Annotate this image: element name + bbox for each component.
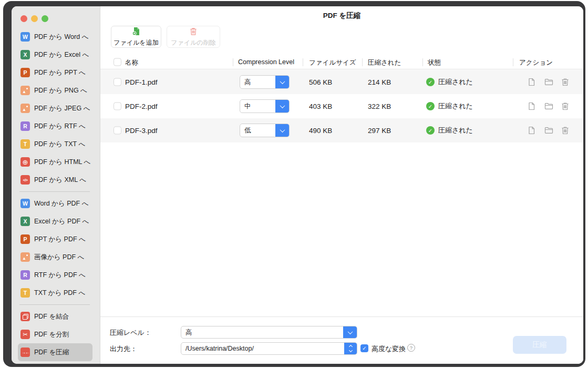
status-badge: ✓ 圧縮された: [426, 101, 473, 111]
sidebar-item-label: PDF から HTML へ: [34, 158, 90, 167]
compression-level-dropdown[interactable]: 高: [181, 326, 357, 339]
select-all-checkbox[interactable]: [114, 58, 121, 66]
add-file-button[interactable]: ファイルを追加: [111, 26, 161, 48]
sidebar-item-label: PDF を分割: [34, 330, 69, 339]
trash-icon[interactable]: [561, 102, 569, 110]
sidebar-item[interactable]: TPDF から TXT へ: [18, 135, 92, 153]
sidebar-item[interactable]: PDF から JPEG へ: [18, 99, 92, 117]
compress-button[interactable]: 圧縮: [513, 336, 566, 354]
sidebar-item[interactable]: ✂PDF を分割: [18, 325, 92, 343]
file-name: PDF-1.pdf: [125, 78, 158, 86]
sidebar-item[interactable]: XPDF から Excel へ: [18, 46, 92, 64]
sidebar-item[interactable]: XExcel から PDF へ: [18, 212, 92, 230]
rtf-icon: R: [20, 270, 30, 280]
status-text: 圧縮された: [438, 126, 473, 135]
file-size: 506 KB: [309, 78, 332, 86]
rtf-icon: R: [20, 121, 30, 131]
window-title: PDF を圧縮: [100, 6, 583, 25]
excel-icon: X: [20, 50, 30, 59]
file-icon[interactable]: [528, 78, 535, 86]
chevron-down-icon: [275, 100, 289, 113]
header-divider: [422, 58, 423, 66]
folder-icon[interactable]: [544, 103, 553, 110]
compression-level-select[interactable]: 中: [240, 99, 290, 113]
output-path-label: 出力先：: [110, 344, 137, 354]
sidebar-item-label: PDF から TXT へ: [34, 140, 85, 149]
add-file-label: ファイルを追加: [114, 38, 158, 47]
compression-level-value: 中: [240, 100, 275, 113]
table-row: PDF-3.pdf 低 490 KB 297 KB ✓ 圧縮された: [100, 118, 583, 142]
close-button[interactable]: [20, 15, 27, 22]
ppt-icon: P: [20, 68, 30, 77]
compression-level-value: 高: [181, 326, 343, 338]
sidebar-item[interactable]: ⊕PDF から HTML へ: [18, 153, 92, 171]
compressed-size: 322 KB: [368, 103, 391, 110]
row-checkbox[interactable]: [114, 78, 121, 86]
traffic-lights: [20, 15, 48, 22]
sidebar-item[interactable]: 画像から PDF へ: [18, 248, 92, 266]
sidebar-item[interactable]: WPDF から Word へ: [18, 28, 92, 46]
zoom-button[interactable]: [42, 15, 48, 22]
file-icon[interactable]: [528, 126, 535, 135]
check-circle-icon: ✓: [426, 78, 435, 86]
advanced-conversion-checkbox[interactable]: ✓: [360, 344, 368, 352]
file-size: 490 KB: [309, 127, 332, 135]
status-badge: ✓ 圧縮された: [426, 126, 473, 135]
output-path-combobox[interactable]: /Users/katrina/Desktop/: [181, 342, 357, 355]
header-divider: [513, 58, 513, 66]
sidebar-item-label: PDF から RTF へ: [34, 122, 86, 131]
row-checkbox[interactable]: [114, 127, 121, 135]
check-circle-icon: ✓: [426, 102, 435, 110]
sidebar-item[interactable]: RRTF から PDF へ: [18, 266, 92, 284]
merge-icon: [20, 312, 30, 321]
header-status: 状態: [428, 58, 441, 67]
png-icon: [20, 86, 30, 95]
toolbar: ファイルを追加 ファイルの削除: [111, 26, 220, 48]
advanced-conversion-label: 高度な変換: [372, 344, 406, 354]
header-name: 名称: [125, 58, 138, 67]
sidebar-item[interactable]: TTXT から PDF へ: [18, 284, 92, 302]
split-icon: ✂: [20, 330, 30, 339]
sidebar-item-label: TXT から PDF へ: [34, 289, 85, 298]
header-actions: アクション: [519, 58, 553, 67]
sidebar-item[interactable]: →←PDF を圧縮: [18, 343, 92, 361]
delete-file-label: ファイルの削除: [171, 38, 215, 47]
compressed-size: 297 KB: [368, 127, 391, 135]
compress-icon: →←: [20, 347, 30, 357]
file-icon[interactable]: [528, 102, 535, 110]
stepper-icon: [344, 343, 357, 354]
compression-level-select[interactable]: 高: [240, 75, 290, 89]
compression-level-select[interactable]: 低: [240, 124, 290, 137]
add-file-icon: [132, 27, 141, 37]
chevron-down-icon: [343, 326, 357, 338]
sidebar-item[interactable]: </>PDF から XML へ: [18, 171, 92, 189]
folder-icon[interactable]: [544, 127, 553, 135]
sidebar-item[interactable]: PPDF から PPT へ: [18, 64, 92, 81]
file-name: PDF-3.pdf: [125, 127, 158, 135]
sidebar-item-label: PDF から Word へ: [34, 33, 88, 42]
output-path-value: /Users/katrina/Desktop/: [181, 343, 344, 354]
ppt-icon: P: [20, 234, 30, 244]
status-badge: ✓ 圧縮された: [426, 77, 473, 87]
row-checkbox[interactable]: [114, 103, 121, 110]
trash-icon: [189, 27, 198, 37]
compressed-size: 214 KB: [368, 78, 391, 86]
folder-icon[interactable]: [544, 78, 553, 86]
trash-icon[interactable]: [561, 78, 569, 86]
sidebar-item[interactable]: PDF から PNG へ: [18, 81, 92, 99]
chevron-down-icon: [275, 76, 289, 88]
minimize-button[interactable]: [31, 15, 38, 22]
chevron-down-icon: [275, 124, 289, 137]
sidebar-item[interactable]: PDF を結合: [18, 308, 92, 325]
header-size: ファイルサイズ: [309, 58, 356, 67]
header-level: Compression Level: [238, 58, 294, 66]
help-icon[interactable]: ?: [407, 344, 415, 352]
sidebar-item-label: Excel から PDF へ: [34, 217, 89, 226]
sidebar-item[interactable]: PPPT から PDF へ: [18, 230, 92, 248]
sidebar-item[interactable]: WWord から PDF へ: [18, 195, 92, 212]
trash-icon[interactable]: [561, 126, 569, 135]
xml-icon: </>: [20, 175, 30, 185]
delete-file-button[interactable]: ファイルの削除: [167, 26, 220, 48]
check-circle-icon: ✓: [426, 126, 435, 135]
sidebar-item[interactable]: RPDF から RTF へ: [18, 117, 92, 135]
